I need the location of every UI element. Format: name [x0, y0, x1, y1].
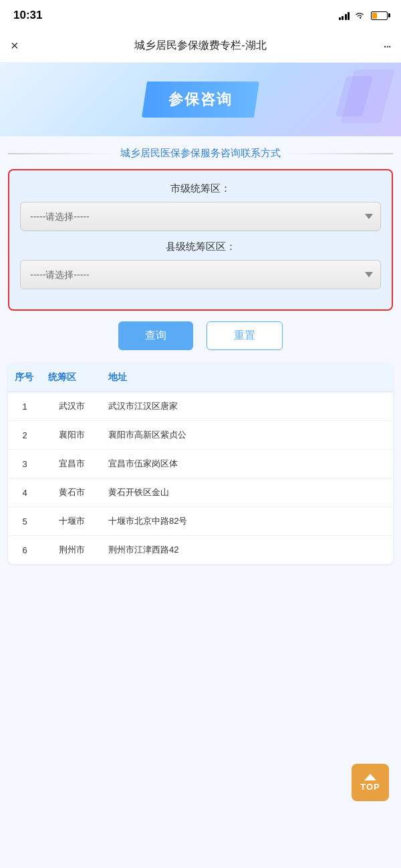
cell-num: 3 — [8, 450, 41, 478]
reset-button[interactable]: 重置 — [207, 321, 283, 350]
battery-icon — [371, 11, 388, 20]
status-time: 10:31 — [13, 9, 42, 22]
hero-title: 参保咨询 — [168, 91, 233, 108]
cell-address: 襄阳市高新区紫贞公 — [102, 421, 393, 450]
cell-region: 襄阳市 — [41, 421, 102, 450]
cell-address: 武汉市江汉区唐家 — [102, 392, 393, 421]
table-row: 5 十堰市 十堰市北京中路82号 — [8, 507, 393, 536]
results-table: 序号 统筹区 地址 1 武汉市 武汉市江汉区唐家 2 襄阳市 襄阳市高新区紫贞公… — [8, 364, 393, 564]
status-bar: 10:31 — [0, 0, 401, 29]
hero-banner: 参保咨询 — [0, 63, 401, 136]
top-arrow-icon — [364, 774, 376, 780]
section-title: 城乡居民医保参保服务咨询联系方式 — [115, 147, 286, 160]
wifi-icon — [354, 11, 365, 19]
cell-region: 十堰市 — [41, 507, 102, 536]
col-header-num: 序号 — [8, 364, 41, 392]
county-select-wrapper: -----请选择----- — [20, 260, 381, 289]
cell-address: 黄石开铁区金山 — [102, 478, 393, 507]
table-header-row: 序号 统筹区 地址 — [8, 364, 393, 392]
cell-address: 十堰市北京中路82号 — [102, 507, 393, 536]
city-select[interactable]: -----请选择----- — [20, 202, 381, 231]
cell-address: 荆州市江津西路42 — [102, 536, 393, 565]
header-line-right — [286, 153, 393, 154]
table-row: 1 武汉市 武汉市江汉区唐家 — [8, 392, 393, 421]
cell-region: 宜昌市 — [41, 450, 102, 478]
cell-num: 1 — [8, 392, 41, 421]
table-row: 4 黄石市 黄石开铁区金山 — [8, 478, 393, 507]
cell-address: 宜昌市伍家岗区体 — [102, 450, 393, 478]
search-form: 市级统筹区： -----请选择----- 县级统筹区区： -----请选择---… — [8, 169, 393, 311]
header-line-left — [8, 153, 115, 154]
signal-icon — [339, 11, 350, 20]
more-button[interactable]: ··· — [370, 38, 390, 53]
status-icons — [339, 11, 388, 20]
cell-num: 6 — [8, 536, 41, 565]
cell-region: 荆州市 — [41, 536, 102, 565]
section-header: 城乡居民医保参保服务咨询联系方式 — [8, 147, 393, 160]
page-title: 城乡居民参保缴费专栏-湖北 — [31, 39, 370, 53]
col-header-region: 统筹区 — [41, 364, 102, 392]
main-content: 城乡居民医保参保服务咨询联系方式 市级统筹区： -----请选择----- 县级… — [0, 136, 401, 868]
county-label: 县级统筹区区： — [20, 241, 381, 253]
cell-num: 4 — [8, 478, 41, 507]
city-label: 市级统筹区： — [20, 182, 381, 195]
table-row: 3 宜昌市 宜昌市伍家岗区体 — [8, 450, 393, 478]
cell-num: 2 — [8, 421, 41, 450]
nav-bar: × 城乡居民参保缴费专栏-湖北 ··· — [0, 29, 401, 63]
col-header-addr: 地址 — [102, 364, 393, 392]
table-row: 6 荆州市 荆州市江津西路42 — [8, 536, 393, 565]
hero-title-box: 参保咨询 — [142, 82, 259, 118]
top-button[interactable]: TOP — [352, 764, 389, 801]
county-select[interactable]: -----请选择----- — [20, 260, 381, 289]
query-button[interactable]: 查询 — [118, 321, 193, 350]
cell-region: 武汉市 — [41, 392, 102, 421]
table-row: 2 襄阳市 襄阳市高新区紫贞公 — [8, 421, 393, 450]
button-row: 查询 重置 — [8, 321, 393, 350]
cell-num: 5 — [8, 507, 41, 536]
cell-region: 黄石市 — [41, 478, 102, 507]
top-label: TOP — [360, 782, 380, 792]
city-select-wrapper: -----请选择----- — [20, 202, 381, 231]
close-button[interactable]: × — [11, 38, 31, 53]
